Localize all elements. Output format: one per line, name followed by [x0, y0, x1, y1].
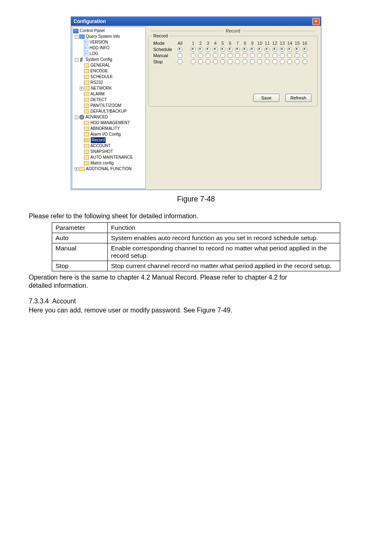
- radio[interactable]: [242, 59, 247, 64]
- save-button[interactable]: Save: [253, 94, 279, 102]
- tree-item-default[interactable]: DEFAULT/BACKUP: [73, 109, 145, 114]
- close-icon[interactable]: ×: [312, 18, 320, 25]
- folder-icon: [84, 92, 89, 96]
- radio[interactable]: [228, 47, 233, 52]
- tree-item-abnormality[interactable]: ABNORMALITY: [73, 126, 145, 132]
- radio[interactable]: [257, 47, 262, 52]
- radio[interactable]: [257, 53, 262, 58]
- folder-icon: [84, 109, 89, 113]
- refresh-button[interactable]: Refresh: [285, 94, 311, 102]
- radio[interactable]: [257, 59, 262, 64]
- radio[interactable]: [287, 47, 292, 52]
- radio[interactable]: [280, 53, 285, 58]
- param-cell: Stop: [52, 261, 108, 271]
- radio[interactable]: [250, 59, 255, 64]
- radio[interactable]: [295, 59, 300, 64]
- collapse-icon[interactable]: -: [75, 35, 78, 39]
- radio[interactable]: [280, 47, 285, 52]
- radio[interactable]: [235, 59, 240, 64]
- radio[interactable]: [265, 47, 270, 52]
- radio[interactable]: [220, 59, 225, 64]
- tree-query[interactable]: - Query System Info: [73, 34, 145, 39]
- sheet-icon: [84, 51, 88, 56]
- folder-icon: [84, 69, 89, 73]
- radio[interactable]: [302, 53, 307, 58]
- tree-network[interactable]: + NETWORK: [73, 86, 145, 91]
- section-heading: 7.3.3.4 Account: [29, 298, 363, 305]
- radio[interactable]: [295, 47, 300, 52]
- tree-item-ptz[interactable]: PAN/TILT/ZOOM: [73, 103, 145, 109]
- radio[interactable]: [213, 59, 218, 64]
- tree-item-log[interactable]: LOG: [73, 51, 145, 57]
- radio[interactable]: [302, 59, 307, 64]
- radio[interactable]: [213, 47, 218, 52]
- radio[interactable]: [198, 47, 203, 52]
- tree-additional[interactable]: + ADDTIONAL FUNCTION: [73, 166, 145, 172]
- radio[interactable]: [235, 53, 240, 58]
- radio[interactable]: [228, 53, 233, 58]
- radio[interactable]: [242, 47, 247, 52]
- tree-item-matrix[interactable]: Matrix config: [73, 160, 145, 166]
- expand-icon[interactable]: +: [75, 167, 78, 171]
- tree-item-account[interactable]: ACCOUNT: [73, 143, 145, 149]
- tree-item-alarmio[interactable]: Alarm I/O Config: [73, 132, 145, 137]
- section-body: Here you can add, remove user or modify …: [29, 307, 363, 314]
- tree-item-snapshot[interactable]: SNAPSHOT: [73, 149, 145, 155]
- radio[interactable]: [250, 47, 255, 52]
- radio[interactable]: [205, 53, 210, 58]
- radio[interactable]: [287, 59, 292, 64]
- folder-icon: [84, 150, 89, 154]
- tools-icon: [79, 58, 84, 62]
- tree-item-hddmgmt[interactable]: HDD MANAGEMENT: [73, 120, 145, 126]
- folder-icon: [84, 132, 89, 136]
- radio[interactable]: [242, 53, 247, 58]
- radio[interactable]: [205, 59, 210, 64]
- tree-item-record[interactable]: Record: [73, 137, 145, 143]
- radio[interactable]: [191, 59, 196, 64]
- radio[interactable]: [220, 47, 225, 52]
- expand-icon[interactable]: +: [80, 87, 83, 90]
- radio[interactable]: [265, 53, 270, 58]
- radio[interactable]: [272, 59, 277, 64]
- tree-item-general[interactable]: GENERAL: [73, 62, 145, 68]
- function-cell: System enables auto record function as y…: [108, 233, 340, 243]
- radio-schedule-all[interactable]: [178, 47, 182, 52]
- tree-advanced[interactable]: - ADVANCED: [73, 114, 145, 120]
- tree-item-encode[interactable]: ENCODE: [73, 68, 145, 74]
- radio[interactable]: [295, 53, 300, 58]
- radio[interactable]: [302, 47, 307, 52]
- tree-item-schedule[interactable]: SCHEDULE: [73, 74, 145, 80]
- tree-item-rs232[interactable]: RS232: [73, 80, 145, 86]
- radio[interactable]: [191, 47, 196, 52]
- radio[interactable]: [198, 53, 203, 58]
- tree-item-alarm[interactable]: ALARM: [73, 91, 145, 97]
- radio[interactable]: [198, 59, 203, 64]
- tree-system[interactable]: - System Config: [73, 57, 145, 62]
- radio[interactable]: [205, 47, 210, 52]
- radio[interactable]: [213, 53, 218, 58]
- tree-item-version[interactable]: VERSION: [73, 39, 145, 45]
- radio-stop-all[interactable]: [178, 59, 182, 64]
- radio[interactable]: [228, 59, 233, 64]
- tree-root[interactable]: Control Panel: [73, 28, 145, 34]
- radio[interactable]: [265, 59, 270, 64]
- tree-item-detect[interactable]: DETECT: [73, 97, 145, 103]
- tree-item-automaint[interactable]: AUTO MAINTENANCE: [73, 155, 145, 160]
- radio[interactable]: [235, 47, 240, 52]
- folder-icon: [84, 144, 89, 148]
- tree-panel: Control Panel - Query System Info VERSIO…: [72, 27, 146, 189]
- radio[interactable]: [220, 53, 225, 58]
- radio[interactable]: [272, 47, 277, 52]
- folder-icon: [84, 155, 89, 160]
- radio[interactable]: [250, 53, 255, 58]
- radio[interactable]: [191, 53, 196, 58]
- collapse-icon[interactable]: -: [75, 58, 78, 62]
- radio[interactable]: [280, 59, 285, 64]
- radio-manual-all[interactable]: [178, 53, 182, 58]
- collapse-icon[interactable]: -: [75, 116, 78, 119]
- titlebar[interactable]: Configuration ×: [71, 17, 321, 26]
- control-panel-icon: [73, 29, 78, 33]
- radio[interactable]: [272, 53, 277, 58]
- radio[interactable]: [287, 53, 292, 58]
- tree-item-hddinfo[interactable]: HDD INFO: [73, 45, 145, 51]
